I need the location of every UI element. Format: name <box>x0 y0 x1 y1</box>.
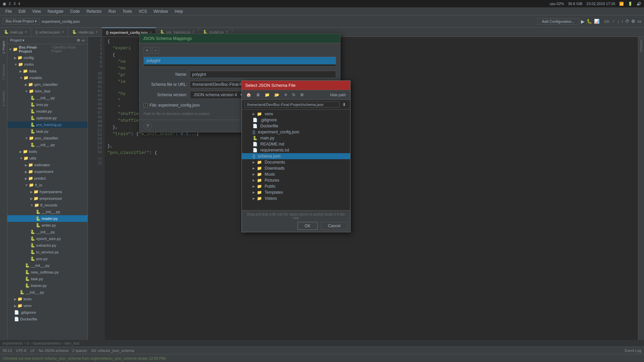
tab-reader-py[interactable]: 🐍 reader.py × <box>68 27 102 37</box>
tree-item-data[interactable]: ▶ 📁 data <box>7 68 88 74</box>
name-input[interactable] <box>190 71 336 78</box>
tree-item-experiment[interactable]: ▶ 📁 experiment <box>7 168 88 175</box>
tree-item-init-py-6[interactable]: 🐍 __init__.py <box>7 289 88 296</box>
remove-mapping-btn[interactable]: − <box>152 47 159 54</box>
tree-item-init-py-2[interactable]: 🐍 __init__.py <box>7 141 88 148</box>
git-update-btn[interactable]: ↓ <box>617 19 619 24</box>
project-selector[interactable]: Bsc-Final-Project ▾ <box>3 18 40 24</box>
status-line-ending[interactable]: LF <box>31 349 35 353</box>
tree-item-reader-py[interactable]: 🐍 reader.py <box>7 215 88 222</box>
settings-btn[interactable]: ⚙ <box>631 19 635 24</box>
menu-edit[interactable]: Edit <box>16 8 28 14</box>
file-item-experiment-config[interactable]: {} experiment_config.json <box>242 129 350 135</box>
tree-item-tf-records[interactable]: ▼ 📁 tf_records <box>7 202 88 208</box>
file-refresh-btn[interactable]: ↻ <box>290 92 297 98</box>
tree-item-trainer-py[interactable]: 🐍 trainer.py <box>7 282 88 289</box>
tree-item-init-py-5[interactable]: 🐍 __init__.py <box>7 262 88 269</box>
hide-path-btn[interactable]: Hide path <box>328 92 347 98</box>
win-num-3[interactable]: 3 <box>13 2 15 6</box>
tree-item-root[interactable]: ▼ 📁 Bsc-Final-Project ~/Dev/Bsc-Final-Pr… <box>7 44 88 54</box>
win-num-2[interactable]: 2 <box>9 2 11 6</box>
git-push-btn[interactable]: ↑ <box>621 19 623 24</box>
tree-item-estimator[interactable]: ▶ 📁 estimator <box>7 162 88 168</box>
file-item-main-py[interactable]: 🐍 main.py <box>242 135 350 141</box>
status-encoding[interactable]: UTF-8 <box>16 349 26 353</box>
file-item-gitignore[interactable]: 📄 .gitignore <box>242 117 350 123</box>
file-item-requirements[interactable]: 📄 requirements.txt <box>242 147 350 153</box>
file-documents-btn[interactable]: 📁 <box>263 92 271 98</box>
tree-item-tf-io[interactable]: ▼ 📁 tf_io <box>7 182 88 188</box>
status-position[interactable]: 55:13 <box>3 349 12 353</box>
tree-item-preprocessor[interactable]: ▶ 📁 preprocessor <box>7 195 88 202</box>
tab-main-py[interactable]: 🐍 main.py × <box>0 27 31 37</box>
tree-item-writer-py[interactable]: 🐍 writer.py <box>7 222 88 229</box>
menu-window[interactable]: Window <box>151 8 171 14</box>
debug-button[interactable]: 🐛 <box>587 19 592 24</box>
project-panel-tab[interactable]: 1: Project <box>1 40 6 55</box>
file-nav-folder-btn[interactable]: 📂 <box>273 92 281 98</box>
tree-item-predict[interactable]: ▶ 📁 predict <box>7 175 88 182</box>
panel-toggle-btn[interactable]: ▭ <box>637 19 641 24</box>
file-path-input[interactable] <box>245 102 339 108</box>
file-item-documents[interactable]: ▶ 📁 Documents <box>242 159 350 165</box>
file-item-music[interactable]: ▶ 📁 Music <box>242 171 350 177</box>
run-with-coverage-button[interactable]: 📊 <box>594 19 599 24</box>
menu-help[interactable]: Help <box>172 8 186 14</box>
file-item-public[interactable]: ▶ 📁 Public <box>242 183 350 189</box>
tree-item-init-py-4[interactable]: 🐍 __init__.py <box>7 229 88 235</box>
tree-item-gen-classifier[interactable]: ▶ 📁 gen_classifier <box>7 81 88 88</box>
tree-item-loss-py[interactable]: 🐍 loss.py <box>7 101 88 108</box>
breadcrumb-item-0[interactable]: 0 <box>27 341 29 345</box>
menu-run[interactable]: Run <box>106 8 118 14</box>
menu-file[interactable]: File <box>3 8 14 14</box>
tree-item-pos-classifier[interactable]: ▼ 📁 pos_classifier <box>7 135 88 141</box>
status-schema[interactable]: No JSON schema <box>39 349 68 353</box>
menu-vcs[interactable]: VCS <box>136 8 150 14</box>
git-checkmark[interactable]: ✓ <box>612 19 615 24</box>
tree-item-init-py-3[interactable]: 🐍 __init__.py <box>7 208 88 215</box>
tree-item-tests[interactable]: ▶ 📁 tests <box>7 296 88 302</box>
file-item-downloads[interactable]: ▶ 📁 Downloads <box>242 165 350 171</box>
status-git-branch[interactable]: Git: refactor_json_schema <box>91 349 134 353</box>
git-history-btn[interactable]: ⏱ <box>625 19 629 24</box>
file-home-btn[interactable]: 🏠 <box>245 92 253 98</box>
sidebar-toggle-btn[interactable]: ▭ <box>82 38 85 43</box>
tree-item-config[interactable]: ▶ 📁 config <box>7 54 88 61</box>
file-item-venv[interactable]: ▶ 📁 venv <box>242 111 350 117</box>
file-item-templates[interactable]: ▶ 📁 Templates <box>242 189 350 195</box>
tree-item-init-py-1[interactable]: 🐍 __init__.py <box>7 95 88 101</box>
tree-item-new-softmax[interactable]: 🐍 new_softmax.py <box>7 269 88 276</box>
file-settings-btn[interactable]: ⚙ <box>299 92 306 98</box>
tree-item-venv[interactable]: ▶ 📁 venv <box>7 302 88 309</box>
file-item-pictures[interactable]: ▶ 📁 Pictures <box>242 177 350 183</box>
tree-item-extractor[interactable]: 🐍 extractor.py <box>7 242 88 249</box>
schema-version-select[interactable]: JSON schema version 4 JSON schema versio… <box>190 91 245 99</box>
tree-item-pos-py[interactable]: 🐍 pos.py <box>7 255 88 262</box>
menu-view[interactable]: View <box>30 8 44 14</box>
tree-item-pre-training-py[interactable]: 🐍 pre_training.py <box>7 121 88 128</box>
file-item-videos[interactable]: ▶ 📁 Videos <box>242 195 350 201</box>
favorites-panel-tab[interactable]: 3: Favorites <box>1 89 6 108</box>
database-panel-tab[interactable]: Database <box>639 38 644 54</box>
tree-item-rnnlm[interactable]: ▼ 📁 rnnlm <box>7 61 88 68</box>
file-item-readme[interactable]: 📄 README.md <box>242 141 350 147</box>
mapping-item-polyglot[interactable]: polyglot <box>144 57 336 64</box>
tree-item-epoch-size[interactable]: 🐍 epoch_size.py <box>7 235 88 242</box>
structure-panel-tab[interactable]: 2: Structure <box>1 63 6 81</box>
tree-item-hyperparams[interactable]: ▶ 📁 hyperparams <box>7 188 88 195</box>
breadcrumb-item-lstm-fast[interactable]: lstm_fast <box>64 341 79 345</box>
menu-code[interactable]: Code <box>67 8 83 14</box>
status-spaces[interactable]: 2 spaces <box>72 349 87 353</box>
menu-refactor[interactable]: Refactor <box>84 8 104 14</box>
file-dialog-ok-btn[interactable]: OK <box>298 222 317 230</box>
tree-item-task-py-2[interactable]: 🐍 task.py <box>7 276 88 282</box>
add-mapping-btn[interactable]: + <box>144 47 151 54</box>
tree-item-gitignore[interactable]: 📄 .gitignore <box>7 309 88 316</box>
breadcrumb-item-hyperparameters[interactable]: hyperparameters <box>33 341 60 345</box>
add-configuration-button[interactable]: Add Configuration... <box>538 18 579 24</box>
menu-tools[interactable]: Tools <box>120 8 135 14</box>
tab-schema-json[interactable]: {} schema.json × <box>31 27 68 37</box>
file-item-schema-json[interactable]: {} schema.json <box>242 153 350 159</box>
file-dialog-cancel-btn[interactable]: Cancel <box>321 222 347 230</box>
file-select-dialog[interactable]: Select JSON Schema File 🏠 🖥 📁 📂 ✕ ↻ ⚙ Hi… <box>241 80 351 232</box>
